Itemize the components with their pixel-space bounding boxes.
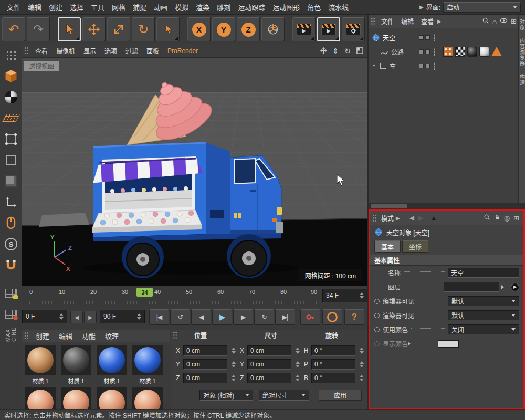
workplane-lock-button[interactable]	[2, 285, 20, 302]
previous-frame-button[interactable]: ◀	[191, 309, 211, 325]
magnet-snap-button[interactable]	[2, 257, 20, 274]
size-x-field[interactable]: 0 cm	[247, 345, 291, 356]
eye-icon[interactable]	[500, 17, 508, 25]
panel-grip[interactable]	[372, 214, 377, 222]
autokey-button[interactable]	[322, 309, 342, 325]
history-forward-icon[interactable]: ▶	[418, 214, 423, 222]
expand-icon[interactable]: +	[372, 64, 376, 68]
flyout-arrow-icon[interactable]	[408, 342, 413, 346]
om-menu-file[interactable]: 文件	[377, 16, 397, 27]
next-frame-button[interactable]: ▶	[233, 309, 253, 325]
rotation-h-field[interactable]: 0 °	[311, 345, 355, 356]
rotate-view-icon[interactable]: ↻	[342, 46, 353, 56]
viewport-menu-filter[interactable]: 过滤	[121, 45, 142, 56]
keyframe-options-button[interactable]: ?	[344, 309, 364, 325]
material-sphere-button[interactable]	[2, 89, 20, 106]
basic-properties-section[interactable]: 基本属性	[370, 255, 523, 266]
position-x-field[interactable]: 0 cm	[183, 345, 227, 356]
coordinate-system-button[interactable]	[261, 17, 285, 41]
loop-button[interactable]: ↻	[254, 309, 274, 325]
rotation-b-field[interactable]: 0 °	[311, 373, 355, 383]
object-name[interactable]: 车	[390, 61, 396, 70]
editor-visible-dropdown[interactable]: 默认	[448, 296, 519, 306]
lock-z-axis-button[interactable]: Z	[237, 17, 260, 41]
menu-tools[interactable]: 工具	[87, 1, 108, 14]
om-horizontal-scrollbar[interactable]	[369, 203, 525, 209]
menu-pipeline[interactable]: 流水线	[324, 1, 352, 14]
material-menu-create[interactable]: 创建	[31, 330, 54, 342]
rotate-tool-button[interactable]: ↻	[132, 17, 155, 41]
search-icon[interactable]	[484, 214, 490, 222]
viewport-solo-button[interactable]	[2, 215, 20, 232]
stepper[interactable]	[232, 359, 236, 370]
panel-grip[interactable]	[173, 331, 177, 339]
add-plane-button[interactable]	[2, 110, 20, 127]
zoom-view-icon[interactable]: ⇕	[330, 46, 341, 56]
add-panel-icon[interactable]: ⊞	[513, 214, 519, 222]
viewport-menu-panel[interactable]: 面板	[142, 45, 163, 56]
range-end-field[interactable]: 90 F	[100, 310, 145, 323]
menu-motion-tracker[interactable]: 运动跟踪	[234, 1, 269, 14]
viewport-canvas[interactable]: 透视视图	[22, 58, 368, 286]
add-panel-icon[interactable]: ⊞	[511, 17, 517, 25]
render-picture-viewer-button[interactable]: ▶	[317, 17, 340, 41]
object-name[interactable]: 公路	[391, 47, 404, 56]
name-input[interactable]	[448, 268, 519, 278]
menu-edit[interactable]: 编辑	[24, 1, 45, 14]
visibility-toggles[interactable]	[419, 35, 430, 40]
material-item[interactable]: 材质.1	[24, 345, 57, 385]
workplane-snap-button[interactable]	[2, 306, 20, 323]
viewport-view-label[interactable]: 透视视图	[24, 61, 59, 71]
points-mode-button[interactable]	[2, 131, 20, 148]
tab-objects[interactable]: 对象	[518, 19, 525, 30]
current-frame-field[interactable]: 34 F	[322, 289, 368, 302]
material-item[interactable]	[60, 387, 92, 410]
position-y-field[interactable]: 0 cm	[183, 359, 227, 370]
visibility-toggles[interactable]	[419, 49, 430, 54]
lock-icon[interactable]	[494, 214, 500, 222]
menu-animate[interactable]: 动画	[150, 1, 171, 14]
undo-button[interactable]: ↶	[2, 17, 25, 41]
viewport-menu-view[interactable]: 查看	[31, 45, 52, 56]
material-item[interactable]: 材质.1	[60, 345, 92, 385]
range-prev-button[interactable]: ◀	[70, 311, 83, 323]
stepper[interactable]	[296, 345, 300, 356]
search-icon[interactable]	[482, 17, 489, 26]
redo-button[interactable]: ↷	[27, 17, 50, 41]
keyframe-dot[interactable]	[374, 341, 380, 346]
range-start-field[interactable]: 0 F	[22, 310, 67, 323]
menu-select[interactable]: 选择	[66, 1, 87, 14]
stepper[interactable]	[360, 290, 364, 301]
use-color-dropdown[interactable]: 关闭	[448, 324, 519, 334]
material-menu-texture[interactable]: 纹理	[100, 330, 123, 342]
tab-coordinates[interactable]: 坐标	[402, 240, 428, 253]
viewport-menu-prorender[interactable]: ProRender	[163, 46, 202, 56]
stepper[interactable]	[360, 359, 364, 370]
stepper[interactable]	[59, 311, 64, 322]
display-color-swatch[interactable]	[438, 340, 459, 348]
render-view-button[interactable]: ▶	[292, 17, 316, 41]
stepper[interactable]	[137, 311, 141, 322]
pan-view-icon[interactable]	[318, 46, 329, 56]
object-name[interactable]: 天空	[383, 33, 395, 42]
stepper[interactable]	[296, 359, 300, 370]
flyout-arrow-icon[interactable]	[501, 285, 506, 289]
size-mode-dropdown[interactable]: 绝对尺寸	[259, 390, 309, 401]
selection-tag-icon[interactable]	[491, 47, 502, 56]
polygons-mode-button[interactable]	[2, 173, 20, 190]
mode-menu[interactable]: 模式	[379, 214, 396, 223]
panel-grip[interactable]	[24, 47, 29, 55]
tab-structure[interactable]: 构造	[518, 74, 525, 86]
object-row-car[interactable]: + 车	[369, 59, 525, 73]
menu-sculpt[interactable]: 雕刻	[213, 1, 234, 14]
stepper[interactable]	[360, 373, 364, 383]
texture-tag-icon[interactable]	[443, 47, 453, 57]
menu-file[interactable]: 文件	[3, 1, 24, 14]
live-selection-button[interactable]	[58, 17, 81, 41]
visibility-toggles[interactable]	[419, 64, 430, 68]
toggle-view-icon[interactable]	[354, 46, 365, 56]
stepper[interactable]	[232, 345, 236, 356]
range-next-button[interactable]: ▶	[84, 311, 97, 323]
menu-character[interactable]: 角色	[303, 1, 324, 14]
render-visible-dropdown[interactable]: 默认	[448, 310, 519, 320]
